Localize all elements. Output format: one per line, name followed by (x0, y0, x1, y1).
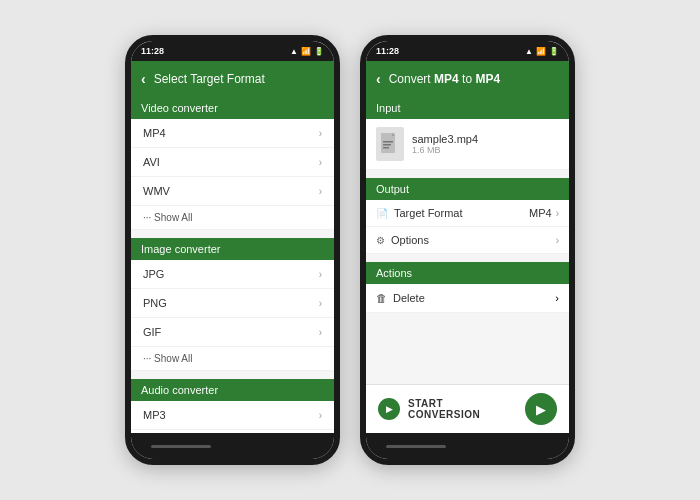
list-item-mp4[interactable]: MP4 › (131, 119, 334, 148)
list-item-jpg[interactable]: JPG › (131, 260, 334, 289)
status-bar-right: 11:28 ▲ 📶 🔋 (366, 41, 569, 61)
section-header-output: Output (366, 178, 569, 200)
list-item-wmv[interactable]: WMV › (131, 177, 334, 206)
chevron-mp4: › (319, 128, 322, 139)
chevron-avi: › (319, 157, 322, 168)
status-icons-right: ▲ 📶 🔋 (525, 47, 559, 56)
file-size: 1.6 MB (412, 145, 478, 155)
time-right: 11:28 (376, 46, 399, 56)
battery-icon: 🔋 (314, 47, 324, 56)
time-left: 11:28 (141, 46, 164, 56)
svg-rect-4 (383, 147, 389, 149)
item-label-png: PNG (143, 297, 167, 309)
section-header-audio: Audio converter (131, 379, 334, 401)
status-icons-left: ▲ 📶 🔋 (290, 47, 324, 56)
chevron-mp3: › (319, 410, 322, 421)
chevron-jpg: › (319, 269, 322, 280)
bottom-bar-left (131, 433, 334, 459)
options-chevron: › (556, 235, 559, 246)
toolbar-left: ‹ Select Target Format (131, 61, 334, 97)
screen-content-left: Video converter MP4 › AVI › WMV › ··· Sh… (131, 97, 334, 433)
item-label-mp4: MP4 (143, 127, 166, 139)
options-icon: ⚙ (376, 235, 385, 246)
delete-chevron: › (555, 292, 559, 304)
toolbar-title-right: Convert MP4 to MP4 (389, 72, 500, 86)
options-label: Options (391, 234, 552, 246)
file-info: sample3.mp4 1.6 MB (412, 133, 478, 155)
left-phone: 11:28 ▲ 📶 🔋 ‹ Select Target Format Video… (125, 35, 340, 465)
output-row-options[interactable]: ⚙ Options › (366, 227, 569, 254)
chevron-wmv: › (319, 186, 322, 197)
screen-content-right: Input sample3.mp4 1.6 MB (366, 97, 569, 384)
target-format-icon: 📄 (376, 208, 388, 219)
file-icon (376, 127, 404, 161)
title-to: MP4 (475, 72, 500, 86)
chevron-gif: › (319, 327, 322, 338)
item-label-jpg: JPG (143, 268, 164, 280)
delete-label: Delete (393, 292, 555, 304)
svg-rect-3 (383, 144, 391, 146)
target-format-label: Target Format (394, 207, 529, 219)
target-format-value: MP4 (529, 207, 552, 219)
file-name: sample3.mp4 (412, 133, 478, 145)
play-icon-small: ▶ (378, 398, 400, 420)
section-header-actions: Actions (366, 262, 569, 284)
section-header-input: Input (366, 97, 569, 119)
show-all-image[interactable]: ··· Show All (131, 347, 334, 371)
home-indicator-right (386, 445, 446, 448)
item-label-gif: GIF (143, 326, 161, 338)
title-from: MP4 (434, 72, 459, 86)
wifi-icon: 📶 (301, 47, 311, 56)
list-item-png[interactable]: PNG › (131, 289, 334, 318)
chevron-png: › (319, 298, 322, 309)
svg-rect-2 (383, 141, 393, 143)
start-conversion-label: START CONVERSION (408, 398, 517, 420)
back-button-left[interactable]: ‹ (141, 71, 146, 87)
toolbar-right: ‹ Convert MP4 to MP4 (366, 61, 569, 97)
signal-icon-right: ▲ (525, 47, 533, 56)
bottom-bar-right (366, 433, 569, 459)
play-button-large[interactable]: ▶ (525, 393, 557, 425)
output-row-target[interactable]: 📄 Target Format MP4 › (366, 200, 569, 227)
status-bar-left: 11:28 ▲ 📶 🔋 (131, 41, 334, 61)
signal-icon: ▲ (290, 47, 298, 56)
list-item-gif[interactable]: GIF › (131, 318, 334, 347)
list-item-avi[interactable]: AVI › (131, 148, 334, 177)
target-format-chevron: › (556, 208, 559, 219)
start-conversion-bar[interactable]: ▶ START CONVERSION ▶ (366, 384, 569, 433)
back-button-right[interactable]: ‹ (376, 71, 381, 87)
conversion-area: Input sample3.mp4 1.6 MB (366, 97, 569, 433)
input-file-row[interactable]: sample3.mp4 1.6 MB (366, 119, 569, 170)
item-label-avi: AVI (143, 156, 160, 168)
home-indicator-left (151, 445, 211, 448)
battery-icon-right: 🔋 (549, 47, 559, 56)
item-label-mp3: MP3 (143, 409, 166, 421)
actions-row-delete[interactable]: 🗑 Delete › (366, 284, 569, 313)
right-phone: 11:28 ▲ 📶 🔋 ‹ Convert MP4 to MP4 Input (360, 35, 575, 465)
section-header-video: Video converter (131, 97, 334, 119)
item-label-wmv: WMV (143, 185, 170, 197)
wifi-icon-right: 📶 (536, 47, 546, 56)
delete-icon: 🗑 (376, 292, 387, 304)
show-all-video[interactable]: ··· Show All (131, 206, 334, 230)
list-item-mp3[interactable]: MP3 › (131, 401, 334, 430)
section-header-image: Image converter (131, 238, 334, 260)
toolbar-title-left: Select Target Format (154, 72, 265, 86)
